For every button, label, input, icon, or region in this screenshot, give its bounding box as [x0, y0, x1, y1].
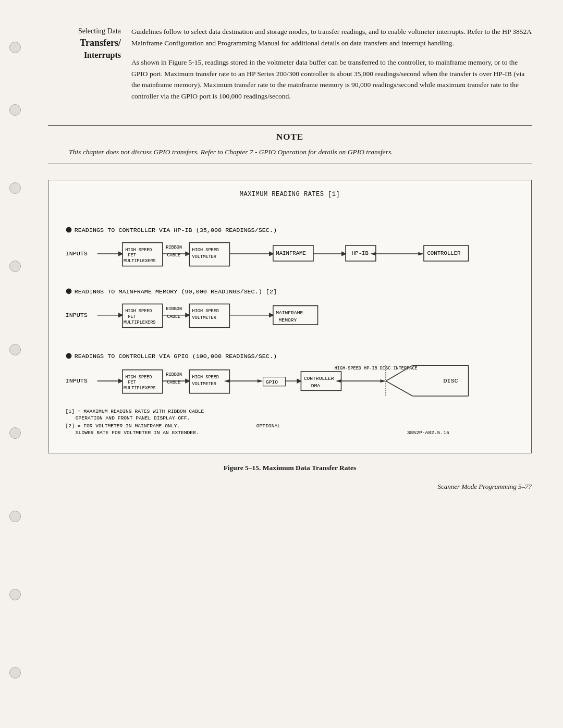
svg-marker-60 [224, 379, 230, 382]
hole-punch [9, 104, 21, 116]
svg-text:VOLTMETER: VOLTMETER [192, 315, 216, 320]
note-text: This chapter does not discuss GPIO trans… [48, 146, 532, 158]
hole-punch [9, 667, 21, 678]
svg-text:SLOWER RATE FOR VOLTMETER IN A: SLOWER RATE FOR VOLTMETER IN AN EXTENDER… [76, 430, 199, 436]
hole-punch [9, 511, 21, 522]
svg-text:MEMORY: MEMORY [279, 317, 297, 323]
svg-text:DISC: DISC [443, 378, 458, 385]
svg-text:[2] = FOR VOLTMETER IN MAINFRA: [2] = FOR VOLTMETER IN MAINFRAME ONLY. [66, 423, 180, 429]
note-box: NOTE This chapter does not discuss GPIO … [48, 125, 532, 165]
hole-punch [9, 261, 21, 272]
svg-text:MULTIPLEXERS: MULTIPLEXERS [124, 258, 156, 264]
svg-text:HIGH SPEED: HIGH SPEED [192, 309, 219, 314]
svg-text:MULTIPLEXERS: MULTIPLEXERS [124, 386, 156, 391]
hole-punch [9, 589, 21, 600]
svg-text:MAINFRAME: MAINFRAME [276, 250, 306, 256]
svg-text:FET: FET [128, 253, 136, 258]
svg-text:CONTROLLER: CONTROLLER [304, 376, 334, 381]
footer-text: Scanner Mode Programming 5–77 [438, 483, 532, 491]
svg-marker-69 [336, 379, 341, 382]
svg-text:CONTROLLER: CONTROLLER [427, 250, 461, 256]
intro-para-2: As shown in Figure 5-15, readings stored… [131, 57, 532, 102]
svg-marker-68 [380, 379, 386, 382]
svg-text:3852P-A82.5.15: 3852P-A82.5.15 [407, 430, 449, 436]
svg-text:FET: FET [128, 380, 136, 386]
figure-caption: Figure 5–15. Maximum Data Transfer Rates [48, 464, 532, 472]
left-margin [0, 0, 38, 728]
svg-point-0 [66, 227, 72, 233]
svg-marker-21 [418, 252, 424, 255]
svg-text:HIGH SPEED: HIGH SPEED [125, 375, 152, 380]
svg-text:GPIO: GPIO [266, 380, 278, 386]
svg-text:DMA: DMA [311, 383, 321, 389]
hole-punch [9, 182, 21, 194]
svg-text:RIBBON: RIBBON [166, 306, 182, 312]
svg-text:READINGS TO CONTROLLER VIA HP-: READINGS TO CONTROLLER VIA HP-IB (35,000… [75, 227, 277, 234]
intro-para-1: Guidelines follow to select data destina… [131, 26, 532, 48]
svg-text:VOLTMETER: VOLTMETER [192, 254, 216, 260]
svg-marker-22 [370, 252, 376, 255]
hole-punch [9, 344, 21, 355]
svg-text:INPUTS: INPUTS [66, 250, 88, 257]
svg-point-43 [66, 353, 72, 359]
page: Selecting Data Transfers/ Interrupts Gui… [0, 0, 563, 728]
hole-punch [9, 42, 21, 53]
svg-text:[1] = MAAXIMUM READING RATES W: [1] = MAAXIMUM READING RATES WITH RIBBON… [66, 409, 204, 414]
svg-text:RIBBON: RIBBON [166, 373, 182, 378]
diagram-title: MAXIMUM READING RATES [1] [61, 191, 519, 198]
svg-text:HP-IB: HP-IB [352, 250, 369, 256]
note-title: NOTE [48, 132, 532, 142]
svg-text:READINGS TO CONTROLLER VIA GPI: READINGS TO CONTROLLER VIA GPIO (100,000… [75, 353, 277, 360]
svg-text:HIGH SPEED: HIGH SPEED [125, 309, 152, 314]
svg-text:RIBBON: RIBBON [166, 245, 182, 251]
hole-punch [9, 427, 21, 439]
svg-text:MAINFRAME: MAINFRAME [276, 310, 303, 316]
svg-text:MULTIPLEXERS: MULTIPLEXERS [124, 320, 156, 325]
svg-text:INPUTS: INPUTS [66, 312, 88, 319]
svg-point-25 [66, 289, 72, 294]
diagram-box: MAXIMUM READING RATES [1] READINGS TO CO… [48, 180, 532, 453]
interrupts-label: Interrupts [48, 50, 121, 61]
svg-text:OPERATION AND FRONT PANEL DISP: OPERATION AND FRONT PANEL DISPLAY OFF. [76, 415, 190, 421]
svg-text:READINGS TO MAINFRAME MEMORY (: READINGS TO MAINFRAME MEMORY (90,000 REA… [75, 288, 277, 295]
page-footer: Scanner Mode Programming 5–77 [48, 483, 532, 491]
svg-text:INPUTS: INPUTS [66, 378, 88, 385]
sidebar-title: Selecting Data Transfers/ Interrupts [48, 26, 131, 110]
svg-line-71 [386, 381, 412, 396]
content-area: Selecting Data Transfers/ Interrupts Gui… [38, 0, 563, 728]
svg-text:HIGH SPEED: HIGH SPEED [125, 248, 152, 253]
diagram-svg: READINGS TO CONTROLLER VIA HP-IB (35,000… [61, 206, 519, 441]
top-section: Selecting Data Transfers/ Interrupts Gui… [48, 26, 532, 110]
svg-text:OPTIONAL: OPTIONAL [256, 423, 280, 429]
transfers-label: Transfers/ [48, 36, 121, 50]
svg-text:HIGH SPEED: HIGH SPEED [192, 375, 219, 380]
svg-text:VOLTMETER: VOLTMETER [192, 381, 216, 387]
svg-text:FET: FET [128, 314, 136, 319]
svg-text:HIGH SPEED: HIGH SPEED [192, 248, 219, 253]
selecting-label: Selecting Data [48, 26, 121, 36]
main-text: Guidelines follow to select data destina… [131, 26, 532, 110]
svg-marker-59 [258, 379, 263, 382]
